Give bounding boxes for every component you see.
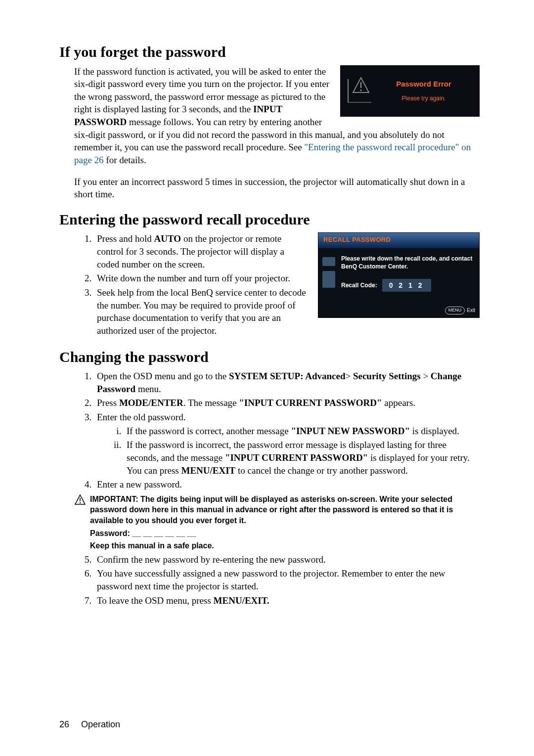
list-item: If the password is incorrect, the passwo… bbox=[124, 439, 480, 477]
list-item: To leave the OSD menu, press MENU/EXIT. bbox=[94, 594, 480, 607]
text: Open the OSD menu and go to the bbox=[97, 371, 229, 381]
text: . The message bbox=[183, 398, 239, 408]
list-item: Open the OSD menu and go to the SYSTEM S… bbox=[94, 370, 480, 395]
sub-steps: If the password is correct, another mess… bbox=[97, 425, 480, 477]
recall-box-msg: Please write down the recall code, and c… bbox=[341, 255, 474, 270]
text: to cancel the change or try another pass… bbox=[235, 465, 408, 476]
menu-exit-label: MENU/EXIT bbox=[181, 465, 235, 476]
keep-manual-safe: Keep this manual in a safe place. bbox=[59, 540, 480, 551]
password-blank-line: Password: __ __ __ __ __ __ bbox=[59, 528, 480, 539]
text: To leave the OSD menu, press bbox=[97, 595, 214, 606]
recall-code-label: Recall Code: bbox=[341, 281, 377, 289]
list-item: Press MODE/ENTER. The message "INPUT CUR… bbox=[94, 397, 480, 409]
menu-path: SYSTEM SETUP: Advanced bbox=[229, 371, 345, 381]
mode-enter-label: MODE/ENTER bbox=[119, 398, 183, 408]
text: appears. bbox=[382, 398, 416, 408]
exit-label: Exit bbox=[467, 307, 475, 314]
password-error-box: Password Error Please try again. bbox=[340, 65, 480, 117]
list-item: You have successfully assigned a new pas… bbox=[94, 567, 480, 592]
change-password-steps-cont: Confirm the new password by re-entering … bbox=[59, 553, 480, 607]
text: for details. bbox=[104, 155, 146, 165]
lockout-paragraph: If you enter an incorrect password 5 tim… bbox=[59, 176, 480, 201]
osd-message: "INPUT NEW PASSWORD" bbox=[291, 426, 410, 436]
menu-path: Security Settings bbox=[353, 371, 421, 381]
password-error-title: Password Error bbox=[373, 79, 474, 89]
text: If the password is correct, another mess… bbox=[127, 426, 291, 436]
heading-changing-password: Changing the password bbox=[59, 347, 480, 367]
warning-icon bbox=[348, 79, 371, 103]
page-number: 26 bbox=[59, 719, 69, 729]
heading-forget-password: If you forget the password bbox=[59, 42, 480, 62]
text: If the password function is activated, y… bbox=[74, 66, 329, 115]
text: Press and hold bbox=[97, 233, 154, 244]
list-item: Enter the old password. If the password … bbox=[94, 411, 480, 477]
recall-box-title: RECALL PASSWORD bbox=[318, 233, 479, 248]
svg-point-3 bbox=[80, 502, 81, 503]
osd-message: "INPUT CURRENT PASSWORD" bbox=[225, 452, 368, 463]
list-item: Confirm the new password by re-entering … bbox=[94, 553, 480, 566]
text: Press bbox=[97, 398, 119, 408]
heading-recall-procedure: Entering the password recall procedure bbox=[59, 210, 480, 230]
password-error-msg: Please try again. bbox=[373, 94, 474, 102]
page-footer: 26Operation bbox=[59, 718, 120, 730]
important-note: IMPORTANT: The digits being input will b… bbox=[90, 494, 480, 526]
text: Enter the old password. bbox=[97, 412, 185, 422]
menu-exit-label: MENU/EXIT. bbox=[214, 595, 269, 606]
auto-button-label: AUTO bbox=[154, 233, 181, 244]
recall-side-bars bbox=[321, 255, 341, 292]
section-name: Operation bbox=[81, 719, 120, 729]
osd-message: "INPUT CURRENT PASSWORD" bbox=[239, 398, 382, 408]
menu-button-label: MENU bbox=[445, 307, 465, 314]
list-item: Enter a new password. bbox=[94, 478, 480, 491]
svg-point-1 bbox=[360, 89, 361, 90]
text: > bbox=[421, 371, 431, 381]
recall-password-box: RECALL PASSWORD Please write down the re… bbox=[318, 232, 480, 317]
text: menu. bbox=[135, 384, 161, 394]
caution-icon bbox=[74, 494, 86, 509]
list-item: If the password is correct, another mess… bbox=[124, 425, 480, 438]
recall-code-value: 0 2 1 2 bbox=[382, 279, 431, 292]
text: is displayed. bbox=[410, 426, 459, 436]
text: > bbox=[345, 371, 353, 381]
change-password-steps: Open the OSD menu and go to the SYSTEM S… bbox=[59, 370, 480, 491]
